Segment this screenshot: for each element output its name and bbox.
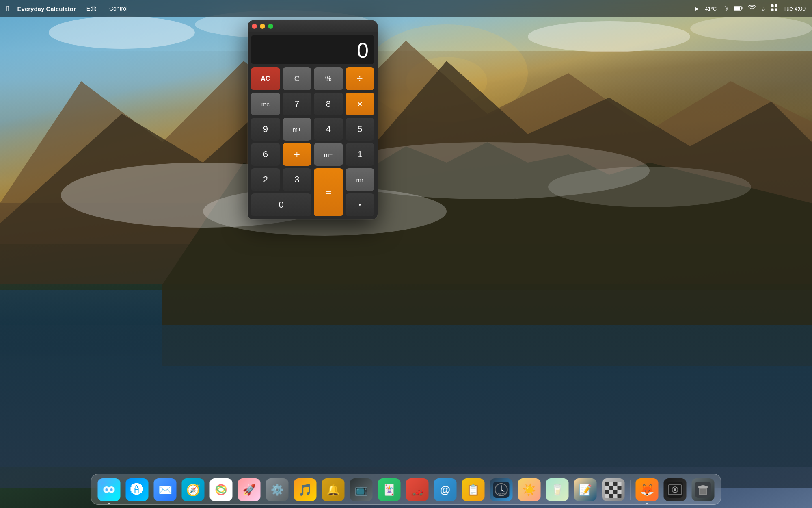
menubar-control[interactable]: Control [107,4,130,13]
svg-rect-48 [618,490,622,494]
button-percent[interactable]: % [314,67,343,90]
svg-rect-27 [213,482,229,498]
window-titlebar [248,20,378,32]
button-equals[interactable]: = [314,168,343,216]
menubar-app-name: Everyday Calculator [17,5,76,12]
svg-rect-42 [609,486,613,490]
systemprefs-icon: ⚙️ [266,478,289,501]
button-8[interactable]: 8 [314,93,343,115]
appstore-icon: 🅐 [126,478,149,501]
dock-item-chess[interactable] [600,477,626,503]
window-close-button[interactable] [252,24,257,29]
chess-icon [602,478,625,501]
dock-item-appstore[interactable]: 🅐 [124,477,150,503]
menubar-clock: Tue 4:00 [783,5,806,12]
button-clear[interactable]: C [283,67,312,90]
button-4[interactable]: 4 [314,118,343,141]
svg-rect-16 [742,7,743,9]
button-add[interactable]: + [283,143,312,166]
dock-item-emailat[interactable]: @ [432,477,458,503]
dock-item-screenshot[interactable] [662,477,688,503]
button-2[interactable]: 2 [251,168,280,191]
screenshot-icon [664,478,687,501]
dock-item-clockmini[interactable]: 06:52 [488,477,514,503]
dock-item-photos[interactable] [208,477,234,503]
window-maximize-button[interactable] [268,24,273,29]
svg-rect-52 [618,494,622,498]
dock-item-milkegg[interactable]: 🥛 [544,477,570,503]
clockmini-icon: 06:52 [490,478,513,501]
dock-separator [630,480,631,500]
button-multiply[interactable]: × [346,93,375,115]
menubar-right: ➤ 41°C ☽ ⌕ Tue 4:00 [694,4,806,13]
trash-icon [692,478,715,501]
dock-item-firefox[interactable]: 🦊 [634,477,660,503]
mail-icon: ✉️ [154,478,177,501]
menubar:  Everyday Calculator Edit Control ➤ 41°… [0,0,812,17]
apple-logo[interactable]:  [6,4,9,13]
control-center-icon[interactable] [771,4,777,13]
dock-item-music[interactable]: 🎵 [292,477,318,503]
launchpad-icon: 🚀 [238,478,261,501]
emailat-icon: @ [434,478,457,501]
location-icon: ➤ [694,5,699,13]
dock-item-mail[interactable]: ✉️ [152,477,178,503]
menubar-edit[interactable]: Edit [84,4,99,13]
svg-rect-38 [609,482,613,486]
milkegg-icon: 🥛 [546,478,569,501]
button-ac[interactable]: AC [251,67,280,90]
finder-icon [98,478,121,501]
dock-item-racing[interactable]: 🏎️ [404,477,430,503]
svg-rect-51 [613,494,618,498]
svg-rect-18 [771,4,774,7]
safari-icon: 🧭 [182,478,205,501]
button-5[interactable]: 5 [346,118,375,141]
dock-item-stickies[interactable]: 📝 [572,477,598,503]
photos-icon [210,478,233,501]
svg-point-26 [110,488,113,491]
klondike-icon: 🃏 [378,478,401,501]
button-mminus[interactable]: m− [314,143,343,166]
dock-item-doorbell[interactable]: 🔔 [320,477,346,503]
svg-rect-39 [613,482,618,486]
dock-item-appletv[interactable]: 📺 [348,477,374,503]
calculator-window: 0 AC C % ÷ mc 7 8 9 × m+ 4 5 6 + m− 1 2 … [248,20,378,219]
battery-icon [734,5,743,12]
racing-icon: 🏎️ [406,478,429,501]
svg-point-56 [674,488,676,491]
night-mode-icon[interactable]: ☽ [722,5,728,13]
dock-item-launchpad[interactable]: 🚀 [236,477,262,503]
calculator-display: 0 [251,35,374,64]
button-7[interactable]: 7 [283,93,312,115]
window-minimize-button[interactable] [260,24,265,29]
svg-rect-59 [698,486,708,488]
search-icon[interactable]: ⌕ [761,5,765,12]
firefox-running-dot [646,503,648,504]
dock-item-weather[interactable]: ☀️ [516,477,542,503]
weather-icon: ☀️ [518,478,541,501]
button-1[interactable]: 1 [346,143,375,166]
svg-rect-17 [734,7,740,10]
firefox-icon: 🦊 [636,478,659,501]
button-9[interactable]: 9 [251,118,280,141]
svg-rect-45 [605,490,609,494]
button-mr[interactable]: mr [346,168,375,191]
svg-rect-21 [775,9,778,11]
button-divide[interactable]: ÷ [346,67,375,90]
svg-rect-41 [605,486,609,490]
button-3[interactable]: 3 [283,168,312,191]
dock-item-safari[interactable]: 🧭 [180,477,206,503]
dock-item-systemprefs[interactable]: ⚙️ [264,477,290,503]
dock-item-notefile[interactable]: 📋 [460,477,486,503]
dock-item-klondike[interactable]: 🃏 [376,477,402,503]
button-decimal[interactable]: • [346,193,375,216]
button-mplus[interactable]: m+ [283,118,312,141]
temperature-display: 41°C [705,6,717,12]
dock-item-trash[interactable] [690,477,716,503]
dock: 🅐 ✉️ 🧭 🚀 ⚙️ 🎵 🔔 📺 🃏 🏎️ @ [91,474,721,505]
svg-point-25 [106,488,108,491]
button-6[interactable]: 6 [251,143,280,166]
button-mc[interactable]: mc [251,93,280,115]
dock-item-finder[interactable] [96,477,122,503]
button-0[interactable]: 0 [251,193,311,216]
